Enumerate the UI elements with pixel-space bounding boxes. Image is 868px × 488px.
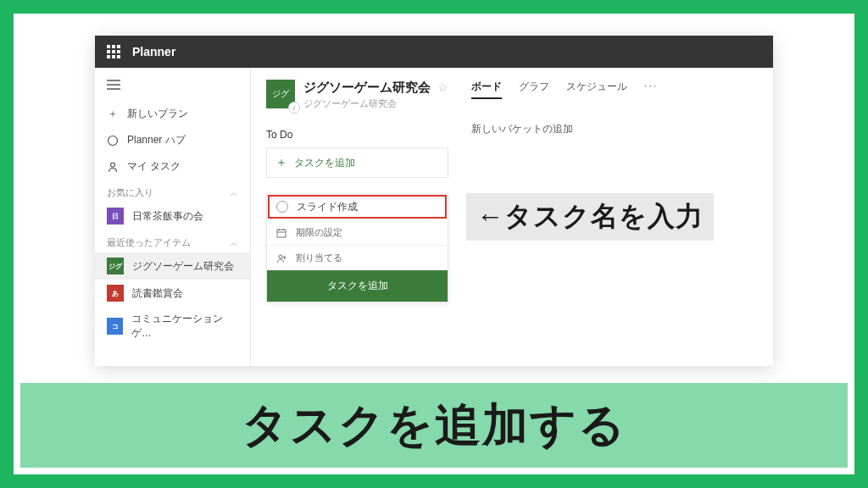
tab-board[interactable]: ボード [471, 80, 502, 99]
nav-my-tasks[interactable]: マイ タスク [95, 153, 250, 180]
plan-label: ジグソーゲーム研究会 [132, 259, 234, 274]
chevron-up-icon: ︿ [230, 187, 238, 199]
calendar-icon [275, 228, 287, 238]
circle-icon [276, 201, 288, 213]
plan-badge: ジグ [107, 258, 124, 274]
assign-icon [275, 253, 287, 263]
plus-icon: ＋ [275, 155, 287, 170]
task-form: 期限の設定 割り当てる タスクを追加 [266, 193, 448, 302]
svg-point-3 [108, 136, 118, 145]
top-bar: Planner [95, 36, 773, 68]
svg-point-9 [279, 255, 282, 258]
plan-title: ジグソーゲーム研究会 [303, 80, 431, 94]
star-icon[interactable]: ☆ [437, 80, 448, 94]
task-name-input[interactable] [297, 201, 438, 213]
hub-icon [107, 135, 119, 147]
tab-more[interactable]: ··· [644, 80, 658, 99]
person-icon [107, 161, 119, 173]
plan-subtitle: ジグソーゲーム研究会 [303, 97, 448, 110]
plan-label: 読書鑑賞会 [132, 286, 183, 301]
add-task-button[interactable]: タスクを追加 [267, 270, 448, 302]
app-title: Planner [132, 45, 175, 58]
plan-badge: コ [107, 318, 123, 335]
bucket-new-label[interactable]: 新しいパケットの追加 [471, 122, 573, 136]
svg-rect-5 [277, 230, 286, 237]
nav-label: 新しいプラン [127, 107, 188, 121]
plan-badge: 日 [107, 208, 124, 225]
due-date-row[interactable]: 期限の設定 [267, 219, 448, 245]
sidebar-plan-item[interactable]: あ 読書鑑賞会 [95, 280, 250, 307]
chevron-up-icon: ︿ [230, 237, 238, 249]
nav-planner-hub[interactable]: Planner ハブ [95, 127, 250, 153]
app-launcher-icon[interactable] [107, 45, 120, 58]
nav-label: マイ タスク [127, 159, 181, 174]
plan-label: 日常茶飯事の会 [132, 209, 203, 224]
plan-label: コミュニケーションゲ… [131, 312, 238, 341]
info-icon[interactable]: i [288, 102, 300, 114]
sidebar-plan-item[interactable]: 日 日常茶飯事の会 [95, 202, 250, 230]
task-name-row[interactable] [268, 195, 447, 219]
tab-schedule[interactable]: スケジュール [566, 80, 627, 99]
caption-bar: タスクを追加する [20, 383, 848, 468]
tab-chart[interactable]: グラフ [519, 80, 549, 99]
section-recent[interactable]: 最近使ったアイテム ︿ [95, 230, 250, 252]
section-favorites[interactable]: お気に入り ︿ [95, 180, 250, 202]
nav-label: Planner ハブ [127, 133, 186, 147]
plan-badge: あ [107, 285, 124, 302]
sidebar-plan-item[interactable]: コ コミュニケーションゲ… [95, 307, 250, 346]
plan-avatar: ジグ i [266, 80, 295, 108]
plus-icon: ＋ [107, 108, 119, 120]
caption-text: タスクを追加する [242, 395, 626, 457]
nav-new-plan[interactable]: ＋ 新しいプラン [95, 101, 250, 127]
annotation-label: ←タスク名を入力 [466, 193, 714, 241]
sidebar-plan-item[interactable]: ジグ ジグソーゲーム研究会 [95, 252, 250, 280]
hamburger-icon[interactable] [95, 76, 250, 101]
svg-point-4 [111, 163, 115, 167]
sidebar: ＋ 新しいプラン Planner ハブ マイ タスク お気に入り ︿ 日 [95, 68, 251, 366]
assign-row[interactable]: 割り当てる [267, 245, 448, 270]
add-task-card[interactable]: ＋ タスクを追加 [266, 147, 448, 178]
